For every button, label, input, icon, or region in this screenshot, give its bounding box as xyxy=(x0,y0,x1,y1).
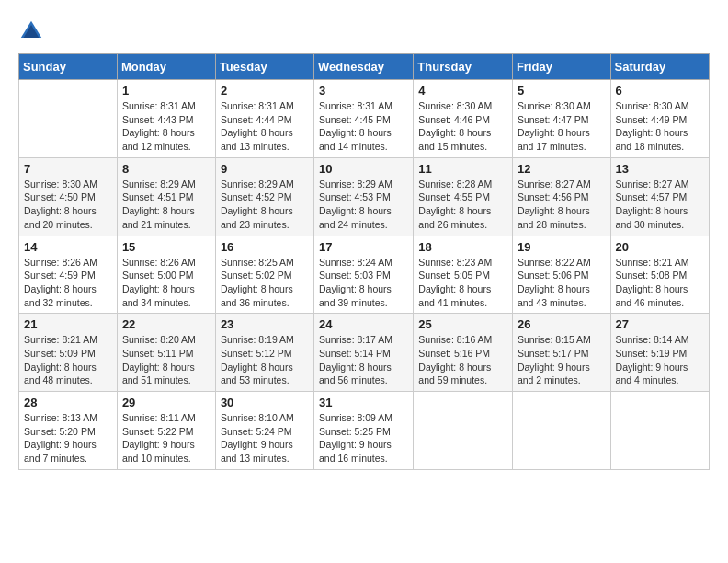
col-header-tuesday: Tuesday xyxy=(215,54,313,80)
day-cell xyxy=(610,392,709,470)
day-cell: 6Sunrise: 8:30 AMSunset: 4:49 PMDaylight… xyxy=(610,80,709,158)
day-number: 19 xyxy=(518,240,606,254)
day-info: Sunrise: 8:22 AMSunset: 5:06 PMDaylight:… xyxy=(518,257,591,308)
day-cell: 27Sunrise: 8:14 AMSunset: 5:19 PMDayligh… xyxy=(610,314,709,392)
day-number: 7 xyxy=(24,162,112,176)
day-cell: 13Sunrise: 8:27 AMSunset: 4:57 PMDayligh… xyxy=(610,157,709,236)
day-info: Sunrise: 8:26 AMSunset: 5:00 PMDaylight:… xyxy=(122,257,196,308)
week-row-2: 7Sunrise: 8:30 AMSunset: 4:50 PMDaylight… xyxy=(19,157,710,236)
day-number: 8 xyxy=(122,162,210,176)
day-number: 23 xyxy=(221,317,309,331)
day-number: 28 xyxy=(24,396,112,409)
col-header-sunday: Sunday xyxy=(19,54,118,80)
day-cell: 4Sunrise: 8:30 AMSunset: 4:46 PMDaylight… xyxy=(414,80,513,158)
day-cell: 30Sunrise: 8:10 AMSunset: 5:24 PMDayligh… xyxy=(215,392,313,470)
day-cell: 29Sunrise: 8:11 AMSunset: 5:22 PMDayligh… xyxy=(117,392,215,470)
day-info: Sunrise: 8:13 AMSunset: 5:20 PMDaylight:… xyxy=(24,412,97,464)
day-info: Sunrise: 8:17 AMSunset: 5:14 PMDaylight:… xyxy=(319,334,392,385)
day-number: 26 xyxy=(518,317,606,331)
day-number: 14 xyxy=(24,240,112,254)
day-info: Sunrise: 8:21 AMSunset: 5:09 PMDaylight:… xyxy=(24,334,97,385)
day-number: 5 xyxy=(518,84,606,98)
day-info: Sunrise: 8:29 AMSunset: 4:53 PMDaylight:… xyxy=(319,178,392,230)
logo xyxy=(18,18,48,44)
day-cell: 18Sunrise: 8:23 AMSunset: 5:05 PMDayligh… xyxy=(414,236,513,314)
col-header-thursday: Thursday xyxy=(414,54,513,80)
day-cell: 2Sunrise: 8:31 AMSunset: 4:44 PMDaylight… xyxy=(215,80,313,158)
day-number: 10 xyxy=(319,162,408,176)
day-number: 1 xyxy=(122,84,210,98)
calendar-table: SundayMondayTuesdayWednesdayThursdayFrid… xyxy=(18,53,710,470)
day-number: 9 xyxy=(221,162,309,176)
day-info: Sunrise: 8:23 AMSunset: 5:05 PMDaylight:… xyxy=(418,257,492,308)
week-row-1: 1Sunrise: 8:31 AMSunset: 4:43 PMDaylight… xyxy=(19,80,710,158)
day-number: 6 xyxy=(616,84,704,98)
day-number: 31 xyxy=(319,396,408,409)
day-cell xyxy=(512,392,610,470)
day-number: 12 xyxy=(518,162,606,176)
day-cell: 31Sunrise: 8:09 AMSunset: 5:25 PMDayligh… xyxy=(314,392,414,470)
day-info: Sunrise: 8:24 AMSunset: 5:03 PMDaylight:… xyxy=(319,257,392,308)
day-cell xyxy=(19,80,118,158)
col-header-wednesday: Wednesday xyxy=(314,54,414,80)
day-cell: 1Sunrise: 8:31 AMSunset: 4:43 PMDaylight… xyxy=(117,80,215,158)
day-number: 18 xyxy=(418,240,507,254)
day-cell: 11Sunrise: 8:28 AMSunset: 4:55 PMDayligh… xyxy=(414,157,513,236)
day-cell: 14Sunrise: 8:26 AMSunset: 4:59 PMDayligh… xyxy=(19,236,118,314)
day-number: 20 xyxy=(616,240,704,254)
day-info: Sunrise: 8:10 AMSunset: 5:24 PMDaylight:… xyxy=(221,412,294,464)
day-info: Sunrise: 8:30 AMSunset: 4:47 PMDaylight:… xyxy=(518,100,591,152)
day-cell xyxy=(414,392,513,470)
day-number: 24 xyxy=(319,317,408,331)
day-number: 21 xyxy=(24,317,112,331)
header-row: SundayMondayTuesdayWednesdayThursdayFrid… xyxy=(19,54,710,80)
day-info: Sunrise: 8:09 AMSunset: 5:25 PMDaylight:… xyxy=(319,412,392,464)
week-row-5: 28Sunrise: 8:13 AMSunset: 5:20 PMDayligh… xyxy=(19,392,710,470)
day-number: 29 xyxy=(122,396,210,409)
day-number: 16 xyxy=(221,240,309,254)
day-info: Sunrise: 8:14 AMSunset: 5:19 PMDaylight:… xyxy=(616,334,689,385)
day-info: Sunrise: 8:27 AMSunset: 4:56 PMDaylight:… xyxy=(518,178,591,230)
week-row-3: 14Sunrise: 8:26 AMSunset: 4:59 PMDayligh… xyxy=(19,236,710,314)
day-info: Sunrise: 8:25 AMSunset: 5:02 PMDaylight:… xyxy=(221,257,294,308)
day-info: Sunrise: 8:29 AMSunset: 4:52 PMDaylight:… xyxy=(221,178,294,230)
day-cell: 21Sunrise: 8:21 AMSunset: 5:09 PMDayligh… xyxy=(19,314,118,392)
day-info: Sunrise: 8:20 AMSunset: 5:11 PMDaylight:… xyxy=(122,334,196,385)
day-cell: 3Sunrise: 8:31 AMSunset: 4:45 PMDaylight… xyxy=(314,80,414,158)
day-cell: 5Sunrise: 8:30 AMSunset: 4:47 PMDaylight… xyxy=(512,80,610,158)
day-cell: 10Sunrise: 8:29 AMSunset: 4:53 PMDayligh… xyxy=(314,157,414,236)
day-number: 13 xyxy=(616,162,704,176)
day-info: Sunrise: 8:21 AMSunset: 5:08 PMDaylight:… xyxy=(616,257,689,308)
day-number: 25 xyxy=(418,317,507,331)
day-info: Sunrise: 8:30 AMSunset: 4:46 PMDaylight:… xyxy=(418,100,492,152)
day-number: 3 xyxy=(319,84,408,98)
day-cell: 24Sunrise: 8:17 AMSunset: 5:14 PMDayligh… xyxy=(314,314,414,392)
col-header-friday: Friday xyxy=(512,54,610,80)
day-info: Sunrise: 8:31 AMSunset: 4:45 PMDaylight:… xyxy=(319,100,392,152)
day-cell: 20Sunrise: 8:21 AMSunset: 5:08 PMDayligh… xyxy=(610,236,709,314)
day-info: Sunrise: 8:19 AMSunset: 5:12 PMDaylight:… xyxy=(221,334,294,385)
day-info: Sunrise: 8:16 AMSunset: 5:16 PMDaylight:… xyxy=(418,334,492,385)
day-number: 15 xyxy=(122,240,210,254)
day-info: Sunrise: 8:30 AMSunset: 4:49 PMDaylight:… xyxy=(616,100,689,152)
day-info: Sunrise: 8:31 AMSunset: 4:44 PMDaylight:… xyxy=(221,100,294,152)
day-info: Sunrise: 8:28 AMSunset: 4:55 PMDaylight:… xyxy=(418,178,492,230)
day-info: Sunrise: 8:29 AMSunset: 4:51 PMDaylight:… xyxy=(122,178,196,230)
day-number: 27 xyxy=(616,317,704,331)
day-cell: 17Sunrise: 8:24 AMSunset: 5:03 PMDayligh… xyxy=(314,236,414,314)
day-cell: 23Sunrise: 8:19 AMSunset: 5:12 PMDayligh… xyxy=(215,314,313,392)
day-info: Sunrise: 8:11 AMSunset: 5:22 PMDaylight:… xyxy=(122,412,196,464)
day-info: Sunrise: 8:30 AMSunset: 4:50 PMDaylight:… xyxy=(24,178,97,230)
day-cell: 26Sunrise: 8:15 AMSunset: 5:17 PMDayligh… xyxy=(512,314,610,392)
day-number: 4 xyxy=(418,84,507,98)
day-cell: 12Sunrise: 8:27 AMSunset: 4:56 PMDayligh… xyxy=(512,157,610,236)
col-header-monday: Monday xyxy=(117,54,215,80)
day-number: 11 xyxy=(418,162,507,176)
day-cell: 15Sunrise: 8:26 AMSunset: 5:00 PMDayligh… xyxy=(117,236,215,314)
day-number: 2 xyxy=(221,84,309,98)
day-cell: 16Sunrise: 8:25 AMSunset: 5:02 PMDayligh… xyxy=(215,236,313,314)
col-header-saturday: Saturday xyxy=(610,54,709,80)
page-header xyxy=(18,18,710,44)
day-cell: 8Sunrise: 8:29 AMSunset: 4:51 PMDaylight… xyxy=(117,157,215,236)
logo-icon xyxy=(18,18,44,44)
